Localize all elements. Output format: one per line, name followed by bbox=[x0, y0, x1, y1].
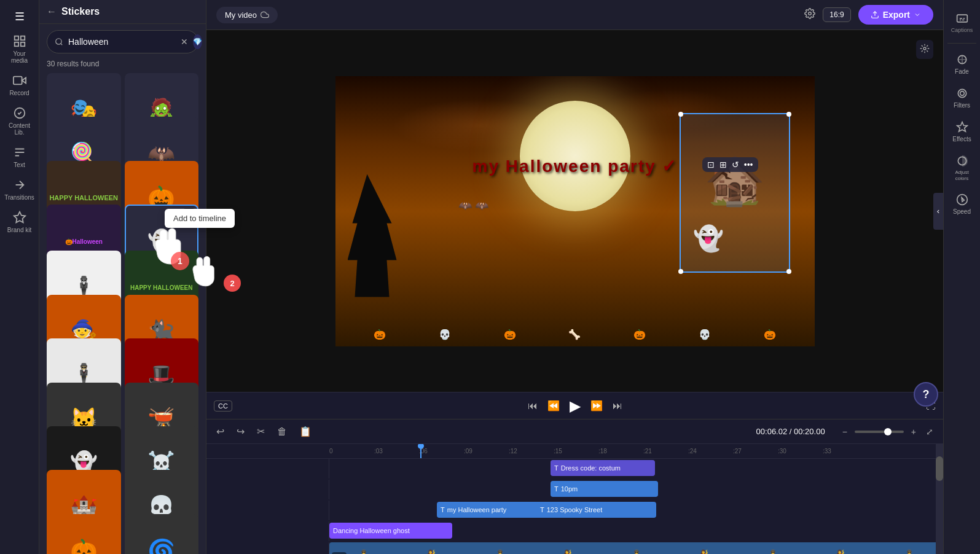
track-label-col bbox=[206, 521, 329, 541]
video-track-1[interactable]: 🕴️ 💃 🕴️ 💃 🕴️ 💃 🕴️ 💃 🕴️ ⏸ bbox=[329, 542, 943, 554]
clip-10pm[interactable]: T 10pm bbox=[551, 481, 658, 497]
frame-skeleton: 💃 bbox=[832, 549, 850, 554]
results-count: 30 results found bbox=[39, 60, 206, 73]
castle-selection-overlay[interactable]: 🏚️ 👻 ⊡ ⊞ ↺ ••• bbox=[680, 113, 790, 273]
adjust-label: Adjust colors bbox=[949, 170, 976, 181]
more-element-options-button[interactable]: ••• bbox=[744, 160, 753, 170]
track-content: T Dress code: costum bbox=[329, 459, 943, 478]
svg-point-13 bbox=[960, 92, 964, 96]
frame-skeleton: 🕴️ bbox=[900, 549, 919, 554]
adjust-colors-icon bbox=[956, 155, 968, 167]
back-button[interactable]: ← bbox=[47, 6, 57, 17]
clip-dress-code[interactable]: T Dress code: costum bbox=[551, 460, 655, 476]
skeleton-2: 🦴 bbox=[568, 329, 581, 340]
collapse-panel-button[interactable]: ‹ bbox=[933, 193, 943, 230]
right-sidebar-item-fade[interactable]: Fade bbox=[946, 49, 978, 80]
right-sidebar-item-captions[interactable]: Captions bbox=[946, 7, 978, 38]
fit-to-window-button[interactable]: ⤢ bbox=[923, 426, 936, 438]
rotate-button[interactable]: ↺ bbox=[732, 160, 739, 170]
aspect-ratio-button[interactable]: 16:9 bbox=[823, 7, 850, 22]
track-content: T my Halloween party T 123 Spooky Street bbox=[329, 501, 943, 520]
fade-label: Fade bbox=[955, 68, 969, 75]
grid-icon bbox=[13, 34, 26, 48]
clip-dancing-halloween-ghost[interactable]: Dancing Halloween ghost bbox=[329, 523, 452, 539]
speed-label: Speed bbox=[953, 208, 971, 215]
timeline-area: ↩ ↪ ✂ 🗑 📋 00:06.02 / 00:20.00 − + ⤢ 0 bbox=[206, 419, 943, 554]
settings-icon bbox=[920, 44, 930, 53]
zoom-slider-thumb[interactable] bbox=[884, 428, 892, 435]
playback-bar: CC ⏮ ⏪ ▶ ⏩ ⏭ ⛶ bbox=[206, 392, 943, 419]
camera-icon bbox=[13, 74, 26, 87]
sticker-item[interactable]: 🌀 bbox=[125, 514, 199, 554]
rewind-to-start-button[interactable]: ⏮ bbox=[528, 400, 538, 412]
clip-icon: T bbox=[554, 464, 559, 472]
export-button[interactable]: Export bbox=[858, 5, 933, 25]
zoom-control: − + ⤢ bbox=[840, 426, 936, 438]
play-pause-button[interactable]: ▶ bbox=[570, 397, 581, 415]
right-sidebar-item-filters[interactable]: Filters bbox=[946, 82, 978, 114]
transform-button[interactable]: ⊞ bbox=[719, 160, 727, 170]
stickers-title: Stickers bbox=[61, 6, 100, 17]
copy-button[interactable]: 📋 bbox=[297, 424, 314, 439]
ruler-mark: :09 bbox=[464, 448, 472, 455]
sidebar-label-your-media: Your media bbox=[5, 50, 34, 64]
my-video-tab[interactable]: My video bbox=[216, 7, 278, 23]
sidebar-item-text[interactable]: Text bbox=[2, 142, 37, 172]
scrollbar-thumb[interactable] bbox=[936, 456, 943, 481]
pumpkin-1: 🎃 bbox=[374, 329, 386, 340]
right-sidebar: Captions Fade Filters Effects Adjust col… bbox=[943, 0, 980, 554]
help-button[interactable]: ? bbox=[914, 382, 938, 407]
sidebar-item-content-lib[interactable]: Content Lib. bbox=[2, 103, 37, 139]
track-label-col bbox=[206, 480, 329, 499]
search-input[interactable] bbox=[68, 37, 176, 47]
sidebar-item-record[interactable]: Record bbox=[2, 70, 37, 100]
handle-tr[interactable] bbox=[786, 112, 791, 117]
add-to-timeline-tooltip: Add to timeline bbox=[165, 209, 235, 228]
redo-button[interactable]: ↪ bbox=[234, 424, 247, 439]
right-sidebar-item-speed[interactable]: Speed bbox=[946, 189, 978, 220]
tooltip-text: Add to timeline bbox=[173, 214, 226, 223]
ruler-mark: :12 bbox=[509, 448, 517, 455]
preview-text: my Halloween party ✓ bbox=[472, 156, 678, 176]
help-button-area: ? bbox=[914, 382, 938, 407]
ruler-mark: :03 bbox=[374, 448, 383, 455]
sticker-emoji: 🌀 bbox=[147, 538, 175, 554]
speed-icon bbox=[956, 193, 968, 206]
hamburger-button[interactable]: ☰ bbox=[10, 5, 29, 28]
cc-button[interactable]: CC bbox=[214, 400, 232, 412]
frame-skeleton: 🕴️ bbox=[355, 549, 373, 554]
settings-icon-button[interactable] bbox=[804, 8, 815, 21]
timeline-scrollbar[interactable] bbox=[936, 444, 943, 554]
sidebar-item-brand-kit[interactable]: Brand kit bbox=[2, 207, 37, 237]
skip-to-end-button[interactable]: ⏭ bbox=[613, 400, 622, 412]
sidebar-item-transitions[interactable]: Transitions bbox=[2, 174, 37, 205]
zoom-slider[interactable] bbox=[855, 431, 904, 433]
clip-123-spooky-street[interactable]: T 123 Spooky Street bbox=[536, 502, 656, 518]
rewind-button[interactable]: ⏪ bbox=[547, 400, 560, 412]
zoom-in-button[interactable]: + bbox=[909, 426, 919, 438]
fast-forward-button[interactable]: ⏩ bbox=[590, 400, 603, 412]
timeline-tracks: T Dress code: costum T 10pm bbox=[206, 459, 943, 554]
zoom-out-button[interactable]: − bbox=[840, 426, 850, 438]
svg-point-6 bbox=[56, 39, 61, 44]
captions-icon bbox=[956, 12, 968, 25]
undo-button[interactable]: ↩ bbox=[214, 424, 227, 439]
sticker-emoji: 🎃 bbox=[70, 538, 98, 554]
delete-button[interactable]: 🗑 bbox=[275, 425, 289, 439]
cut-button[interactable]: ✂ bbox=[254, 424, 267, 439]
handle-tl[interactable] bbox=[678, 112, 683, 117]
video-settings-button[interactable] bbox=[916, 40, 933, 59]
crop-button[interactable]: ⊡ bbox=[707, 160, 715, 170]
brand-icon bbox=[13, 211, 26, 224]
svg-rect-1 bbox=[20, 36, 24, 40]
sticker-item[interactable]: 🎃 bbox=[47, 514, 121, 554]
sidebar-item-your-media[interactable]: Your media bbox=[2, 31, 37, 68]
right-sidebar-item-adjust-colors[interactable]: Adjust colors bbox=[946, 150, 978, 186]
frame-skeleton: 🕴️ bbox=[764, 549, 782, 554]
right-sidebar-item-effects[interactable]: Effects bbox=[946, 116, 978, 147]
frame-skeleton: 💃 bbox=[559, 549, 578, 554]
clear-search-button[interactable]: ✕ bbox=[181, 37, 188, 47]
clip-label: 123 Spooky Street bbox=[547, 506, 603, 513]
sidebar-label-content-lib: Content Lib. bbox=[5, 122, 34, 136]
premium-badge-button[interactable]: 💎 bbox=[193, 34, 202, 49]
